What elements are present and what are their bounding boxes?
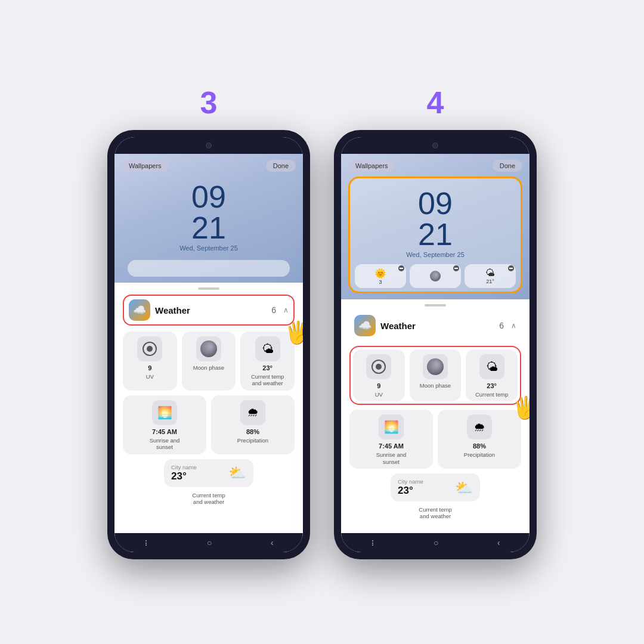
widget-moon-4[interactable]: Moon phase	[410, 349, 462, 401]
step3-screen: Wallpapers Done 09 21 Wed, September 25	[114, 137, 303, 552]
rain-icon-3: 🌧	[240, 400, 265, 425]
temp-label-3: Current tempand weather	[251, 373, 284, 387]
clock-widget-3: 09 21 Wed, September 25	[122, 177, 296, 255]
city-label-3: Current tempand weather	[192, 492, 225, 505]
clock-date-4: Wed, September 25	[355, 251, 516, 258]
temp-icon-3: 🌤	[255, 336, 280, 361]
widget-temp-3[interactable]: 🌤 23° Current tempand weather	[240, 332, 295, 391]
clock-minute-3: 21	[122, 212, 296, 243]
rain-label-4: Precipitation	[464, 451, 495, 458]
step3-column: 3 Wallpapers Done 09 21	[107, 85, 310, 559]
clock-minute-4: 21	[355, 219, 516, 250]
step3-phone: Wallpapers Done 09 21 Wed, September 25	[107, 130, 310, 559]
nav-apps-3[interactable]: ⫶	[144, 538, 148, 547]
widget-uv-4[interactable]: 9 UV	[353, 349, 405, 401]
temp-value-4: 23°	[487, 382, 497, 389]
nav-back-4[interactable]: ‹	[497, 538, 500, 547]
moon-icon-3	[196, 336, 221, 361]
cloud-icon-3: ⛅	[228, 465, 246, 481]
top-bar-4: Wallpapers Done	[348, 160, 522, 172]
nav-back-3[interactable]: ‹	[271, 538, 274, 547]
city-widget-3[interactable]: City name 23° ⛅	[164, 459, 253, 487]
clock-date-3: Wed, September 25	[122, 244, 296, 252]
weather-title-3: Weather	[155, 305, 267, 315]
rain-label-3: Precipitation	[237, 437, 268, 444]
uv-value-4: 9	[377, 382, 380, 389]
city-section-4: City name 23° ⛅ Current tempand weather	[349, 473, 521, 519]
city-temp-4: 23°	[398, 485, 450, 497]
sheet-handle-4	[425, 304, 446, 306]
search-bar-3[interactable]	[128, 260, 290, 277]
sunrise-value-4: 7:45 AM	[379, 442, 404, 450]
nav-apps-4[interactable]: ⫶	[370, 538, 374, 547]
moon-label-3: Moon phase	[193, 364, 224, 371]
wallpapers-btn-3[interactable]: Wallpapers	[122, 160, 169, 172]
weather-icon-4: ☁️	[354, 315, 376, 336]
uv-label-4: UV	[375, 391, 383, 398]
widget-temp-4[interactable]: 🌤 23° Current temp	[466, 349, 518, 401]
uv-label-3: UV	[146, 373, 154, 380]
widget-rain-4[interactable]: 🌧 88% Precipitation	[438, 410, 521, 469]
city-name-3: City name	[171, 464, 224, 470]
nav-home-3[interactable]: ○	[207, 538, 212, 547]
screen-3: Wallpapers Done 09 21 Wed, September 25	[114, 154, 303, 533]
main-container: 3 Wallpapers Done 09 21	[83, 61, 561, 583]
screen-4: Wallpapers Done 09 21 Wed, September 25	[341, 154, 530, 533]
weather-header-4[interactable]: ☁️ Weather 6 ∧	[349, 311, 521, 340]
wallpaper-3: Wallpapers Done 09 21 Wed, September 25	[114, 154, 303, 283]
bottom-sheet-4: ☁️ Weather 6 ∧	[341, 299, 530, 533]
temp-value-3: 23°	[262, 364, 273, 371]
city-info-4: City name 23°	[398, 478, 450, 497]
sub-icon-uv-4: 🌞 3	[355, 264, 406, 288]
widget-row2-3: 🌅 7:45 AM Sunrise andsunset 🌧 88% Precip…	[123, 395, 295, 454]
bottom-nav-3: ⫶ ○ ‹	[114, 533, 303, 552]
sunrise-value-3: 7:45 AM	[152, 428, 177, 435]
widget-uv-3[interactable]: 9 UV	[123, 332, 177, 391]
widget-moon-3[interactable]: Moon phase	[182, 332, 236, 391]
wallpaper-4: Wallpapers Done 09 21 Wed, September 25	[341, 154, 530, 299]
widget-sunrise-4[interactable]: 🌅 7:45 AM Sunrise andsunset	[349, 410, 433, 469]
highlighted-widget-4: 09 21 Wed, September 25 🌞 3	[348, 177, 522, 293]
sunrise-label-3: Sunrise andsunset	[150, 437, 180, 451]
done-btn-4[interactable]: Done	[493, 160, 522, 172]
widget-row1-4: 9 UV Moon phase	[353, 349, 518, 401]
camera-bar-4	[341, 137, 530, 154]
sunrise-label-4: Sunrise andsunset	[376, 451, 407, 465]
chevron-icon-4: ∧	[511, 321, 516, 330]
temp-icon-4: 🌤	[479, 354, 504, 379]
wallpapers-btn-4[interactable]: Wallpapers	[348, 160, 395, 172]
sunrise-icon-4: 🌅	[379, 414, 404, 439]
step4-column: 4 Wallpapers Done	[334, 85, 537, 559]
step3-number: 3	[200, 85, 218, 120]
city-label-4: Current tempand weather	[419, 506, 451, 519]
step4-number: 4	[427, 85, 444, 120]
step4-phone: Wallpapers Done 09 21 Wed, September 25	[334, 130, 537, 559]
city-widget-4[interactable]: City name 23° ⛅	[391, 473, 480, 501]
uv-icon-3	[137, 336, 162, 361]
cloud-icon-4: ⛅	[455, 479, 473, 496]
city-info-3: City name 23°	[171, 464, 224, 482]
sheet-handle-3	[198, 287, 219, 290]
widget-rain-3[interactable]: 🌧 88% Precipitation	[211, 395, 295, 454]
widget-sunrise-3[interactable]: 🌅 7:45 AM Sunrise andsunset	[123, 395, 206, 454]
clock-hour-4: 09	[355, 188, 516, 219]
uv-icon-4	[366, 354, 391, 379]
bottom-nav-4: ⫶ ○ ‹	[341, 533, 530, 552]
weather-count-4: 6	[499, 321, 504, 330]
weather-count-3: 6	[271, 305, 276, 315]
camera-dot-4	[432, 143, 438, 148]
clock-hour-3: 09	[122, 181, 296, 212]
rain-value-4: 88%	[473, 442, 486, 450]
done-btn-3[interactable]: Done	[266, 160, 296, 172]
nav-home-4[interactable]: ○	[434, 538, 438, 547]
city-section-3: City name 23° ⛅ Current tempand weather	[123, 459, 295, 505]
sunrise-icon-3: 🌅	[152, 400, 177, 425]
top-bar-3: Wallpapers Done	[122, 160, 296, 172]
weather-icon-3: ☁️	[129, 299, 150, 321]
rain-icon-4: 🌧	[467, 414, 492, 439]
weather-title-4: Weather	[380, 321, 494, 331]
weather-header-3[interactable]: ☁️ Weather 6 ∧ 🖐	[123, 295, 295, 326]
widget-row2-4: 🌅 7:45 AM Sunrise andsunset 🌧 88% Precip…	[349, 410, 521, 469]
moon-icon-4	[423, 354, 448, 379]
camera-bar-3	[114, 137, 303, 154]
